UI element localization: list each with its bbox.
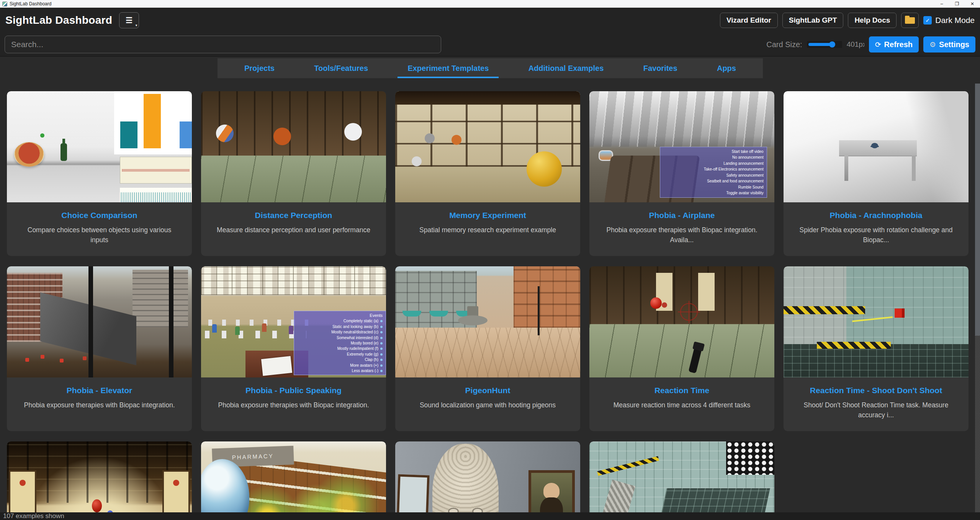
- hamburger-icon: ☰: [126, 16, 133, 24]
- card-description: Phobia exposure therapies with Biopac in…: [600, 225, 763, 245]
- dark-mode-checkbox[interactable]: ✓: [923, 16, 932, 25]
- hazard-stripe-shape: [784, 306, 865, 314]
- card-image: [395, 91, 580, 202]
- card-reaction-time-shoot-dont-shoot[interactable]: Reaction Time - Shoot Don't Shoot Shoot/…: [784, 266, 969, 431]
- card-image: [589, 266, 774, 377]
- help-docs-button[interactable]: Help Docs: [848, 13, 897, 28]
- refresh-button[interactable]: ⟳ Refresh: [869, 36, 919, 52]
- red-ball-shape: [92, 499, 102, 512]
- card-description: Phobia exposure therapies with Biopac in…: [18, 400, 181, 410]
- slider-thumb[interactable]: [829, 41, 835, 48]
- card-title: Phobia - Elevator: [7, 386, 192, 395]
- tab-favorites[interactable]: Favorites: [633, 58, 687, 78]
- settings-label: Settings: [939, 40, 969, 49]
- card-description: Sound localization game with hooting pig…: [406, 400, 569, 410]
- app-header: SightLab Dashboard ☰ ▾ Vizard Editor Sig…: [0, 8, 980, 33]
- card-phobia-public-speaking[interactable]: Events Completely static (a) Static and …: [201, 266, 386, 431]
- signal-plot-panel: [120, 188, 192, 202]
- toolbar: Card Size: 401px ⟳ Refresh ⚙ Settings: [0, 33, 980, 57]
- table-legs-shape: [844, 156, 848, 181]
- settings-button[interactable]: ⚙ Settings: [923, 36, 975, 52]
- card-size-slider[interactable]: [807, 41, 842, 48]
- events-menu-item: Completely static (a): [344, 319, 383, 323]
- lamppost-shape: [538, 286, 540, 335]
- results-chart-panel: [114, 91, 192, 154]
- tab-bar: Projects Tools/Features Experiment Templ…: [218, 58, 763, 78]
- card-memory-experiment[interactable]: Memory Experiment Spatial memory researc…: [395, 91, 580, 256]
- card-image: [784, 91, 969, 202]
- card-phobia-airplane[interactable]: Start take off video No announcement Lan…: [589, 91, 774, 256]
- card-image: [201, 91, 386, 202]
- events-menu-item: Clap (h): [365, 358, 383, 362]
- card-image: [589, 441, 774, 520]
- card-title: Reaction Time: [589, 386, 774, 395]
- card-title: Choice Comparison: [7, 211, 192, 220]
- events-menu-title: Events: [370, 313, 383, 318]
- pizza-shape: [14, 142, 44, 167]
- table-shape: [839, 140, 917, 156]
- sightlab-gpt-button[interactable]: SightLab GPT: [782, 13, 844, 28]
- card-temple-hallway[interactable]: [7, 441, 192, 520]
- check-icon: ✓: [925, 18, 930, 23]
- card-size-value: 401px: [847, 40, 864, 49]
- card-reaction-time[interactable]: Reaction Time Measure reaction time acro…: [589, 266, 774, 431]
- overlay-line: Toggle avatar visibility: [726, 191, 763, 195]
- minimize-button[interactable]: –: [934, 0, 949, 8]
- card-description: Compare choices between objects using va…: [18, 225, 181, 245]
- menu-button[interactable]: ☰ ▾: [119, 12, 139, 28]
- fountain-shape: [458, 315, 488, 325]
- statue-head-shape: [432, 444, 499, 520]
- vizard-editor-button[interactable]: Vizard Editor: [720, 13, 778, 28]
- dark-mode-toggle[interactable]: ✓ Dark Mode: [923, 16, 975, 25]
- card-art-gallery[interactable]: [395, 441, 580, 520]
- chart-bar: [120, 121, 137, 148]
- events-menu-item: Extremely rude (g): [347, 352, 383, 356]
- overlay-line: Landing announcement: [723, 161, 764, 166]
- overlay-line: Take-off Electronics announcement: [704, 167, 764, 171]
- app-window: SightLab Dashboard – ❐ ✕ SightLab Dashbo…: [0, 0, 980, 520]
- signal-plot-panel: [120, 157, 192, 184]
- overlay-line: Safety announcement: [726, 173, 763, 177]
- tab-experiment-templates[interactable]: Experiment Templates: [398, 58, 499, 78]
- tab-tools-features[interactable]: Tools/Features: [304, 58, 378, 78]
- card-distance-perception[interactable]: Distance Perception Measure distance per…: [201, 91, 386, 256]
- balls-shape: [216, 125, 234, 142]
- close-button[interactable]: ✕: [965, 0, 980, 8]
- maximize-button[interactable]: ❐: [949, 0, 965, 8]
- card-pigeonhunt[interactable]: PigeonHunt Sound localization game with …: [395, 266, 580, 431]
- refresh-label: Refresh: [884, 40, 913, 49]
- main-content: Projects Tools/Features Experiment Templ…: [0, 57, 980, 520]
- events-menu-item: Mostly bored (e): [351, 341, 383, 345]
- open-folder-button[interactable]: [901, 13, 919, 28]
- search-input[interactable]: [5, 36, 441, 53]
- status-text: 107 examples shown: [3, 512, 64, 520]
- scrollbar-thumb[interactable]: [975, 84, 980, 336]
- card-pharmacy-heatmap[interactable]: PHARMACY: [201, 441, 386, 520]
- dotted-wall-shape: [726, 441, 774, 475]
- building-shape: [514, 266, 580, 340]
- close-icon: ✕: [970, 1, 974, 7]
- paper-shape: [261, 356, 292, 376]
- card-phobia-elevator[interactable]: Phobia - Elevator Phobia exposure therap…: [7, 266, 192, 431]
- card-phobia-arachnophobia[interactable]: Phobia - Arachnophobia Spider Phobia exp…: [784, 91, 969, 256]
- card-description: Spatial memory research experiment examp…: [406, 225, 569, 235]
- chart-bar: [180, 121, 192, 148]
- card-tiled-maze[interactable]: [589, 441, 774, 520]
- card-description: Measure distance perception and user per…: [212, 225, 375, 235]
- card-title: Distance Perception: [201, 211, 386, 220]
- card-description: Shoot/ Don't Shoot Reaction Time task. M…: [795, 400, 957, 420]
- card-image: Start take off video No announcement Lan…: [589, 91, 774, 202]
- tab-apps[interactable]: Apps: [707, 58, 746, 78]
- card-choice-comparison[interactable]: Choice Comparison Compare choices betwee…: [7, 91, 192, 256]
- card-image: [395, 441, 580, 520]
- overlay-line: Start take off video: [731, 149, 763, 154]
- tab-projects[interactable]: Projects: [234, 58, 285, 78]
- card-title: Phobia - Public Speaking: [201, 386, 386, 395]
- tab-additional-examples[interactable]: Additional Examples: [519, 58, 614, 78]
- events-menu-item: Static and looking away (b): [332, 325, 383, 329]
- card-grid: Choice Comparison Compare choices betwee…: [7, 91, 969, 520]
- events-menu-item: Less avatars (-): [352, 369, 383, 373]
- maximize-icon: ❐: [955, 1, 959, 7]
- vertical-scrollbar[interactable]: [975, 84, 980, 512]
- audience-people-shape: [212, 324, 217, 333]
